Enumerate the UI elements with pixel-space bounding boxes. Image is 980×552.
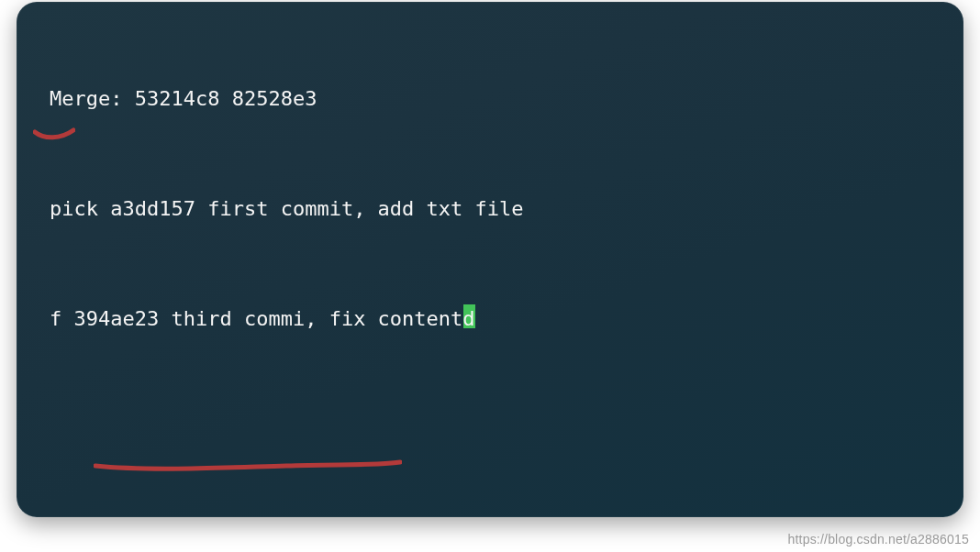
editor-content[interactable]: Merge: 53214c8 82528e3 pick a3dd157 firs… (17, 6, 963, 517)
watermark-text: https://blog.csdn.net/a2886015 (788, 532, 969, 546)
code-line-cursor[interactable]: f 394ae23 third commi, fix contentd (50, 301, 963, 337)
annotation-underline-icon (94, 458, 402, 477)
annotation-underline-icon (33, 127, 75, 143)
cursor-character: d (462, 307, 474, 330)
code-line[interactable]: Merge: 53214c8 82528e3 (50, 81, 963, 117)
code-line[interactable]: pick a3dd157 first commit, add txt file (50, 191, 963, 227)
terminal-window: Merge: 53214c8 82528e3 pick a3dd157 firs… (17, 2, 963, 517)
code-line[interactable] (50, 411, 963, 447)
